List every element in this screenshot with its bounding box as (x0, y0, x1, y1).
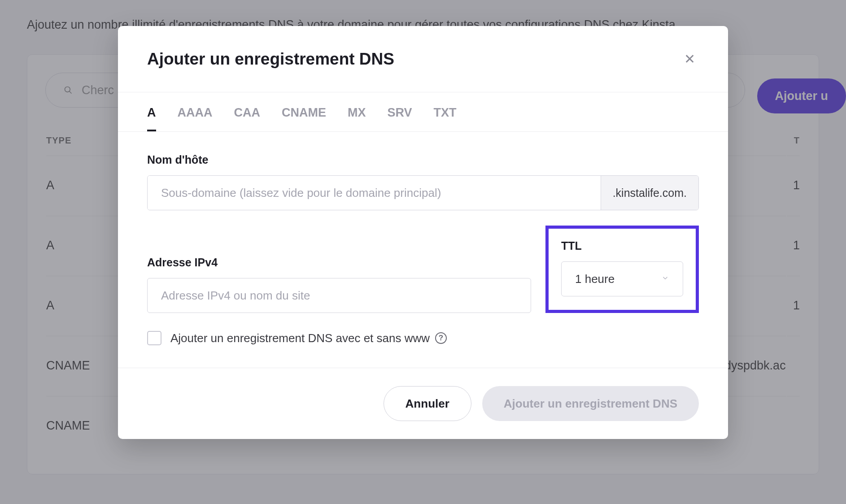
hostname-field-wrap: .kinstalife.com. (147, 175, 699, 210)
cancel-button[interactable]: Annuler (384, 386, 471, 421)
hostname-label: Nom d'hôte (147, 153, 699, 166)
tab-a[interactable]: A (147, 92, 156, 131)
chevron-down-icon (661, 274, 669, 284)
hostname-suffix: .kinstalife.com. (601, 176, 698, 210)
modal-body: Nom d'hôte .kinstalife.com. Adresse IPv4… (118, 132, 728, 368)
tab-cname[interactable]: CNAME (282, 92, 326, 131)
ttl-highlight-box: TTL 1 heure (545, 226, 699, 313)
tab-aaaa[interactable]: AAAA (178, 92, 213, 131)
tab-srv[interactable]: SRV (388, 92, 412, 131)
submit-button[interactable]: Ajouter un enregistrement DNS (482, 386, 699, 421)
ipv4-input[interactable] (147, 278, 531, 313)
hostname-input[interactable] (148, 176, 601, 210)
tab-caa[interactable]: CAA (234, 92, 261, 131)
modal-overlay: Ajouter un enregistrement DNS ✕ A AAAA C… (0, 0, 846, 504)
www-checkbox[interactable] (147, 331, 161, 345)
ttl-label: TTL (561, 239, 683, 252)
ttl-value: 1 heure (575, 272, 615, 286)
modal-footer: Annuler Ajouter un enregistrement DNS (118, 368, 728, 439)
modal-title: Ajouter un enregistrement DNS (147, 50, 394, 69)
modal-header: Ajouter un enregistrement DNS ✕ (118, 26, 728, 92)
ttl-select[interactable]: 1 heure (561, 261, 683, 296)
www-checkbox-row: Ajouter un enregistrement DNS avec et sa… (147, 331, 699, 345)
record-type-tabs: A AAAA CAA CNAME MX SRV TXT (118, 92, 728, 132)
tab-mx[interactable]: MX (348, 92, 366, 131)
add-dns-modal: Ajouter un enregistrement DNS ✕ A AAAA C… (118, 26, 728, 439)
www-checkbox-label: Ajouter un enregistrement DNS avec et sa… (170, 331, 447, 345)
ipv4-label: Adresse IPv4 (147, 256, 531, 269)
tab-txt[interactable]: TXT (434, 92, 457, 131)
close-icon[interactable]: ✕ (680, 48, 699, 70)
help-icon[interactable]: ? (435, 332, 447, 344)
